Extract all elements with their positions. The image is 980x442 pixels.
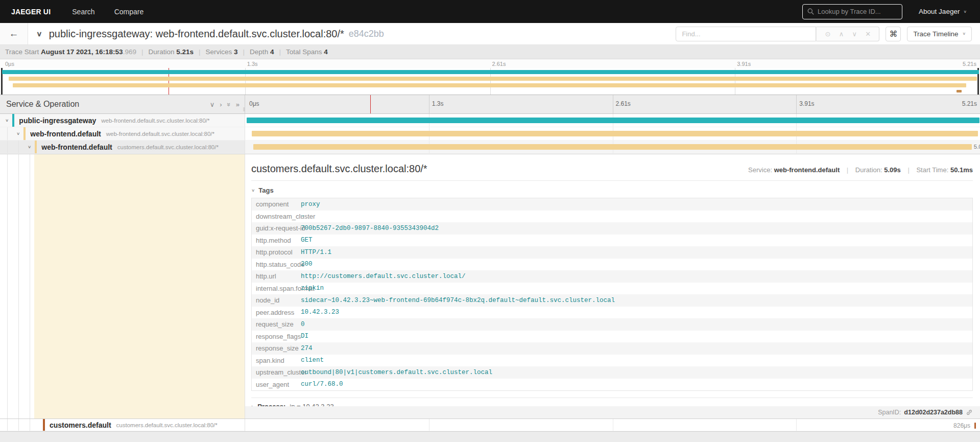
span-duration-bar[interactable] xyxy=(974,423,976,429)
divider: | xyxy=(279,48,281,56)
indent-guide xyxy=(7,419,8,431)
indent-guide xyxy=(30,419,30,431)
nav-item-search[interactable]: Search xyxy=(72,8,94,16)
indent-guide xyxy=(18,141,19,153)
tags-table: component proxy downstream_cluster - gui… xyxy=(251,198,973,391)
tag-value: 0 xyxy=(301,321,305,328)
about-jaeger-label: About Jaeger xyxy=(919,8,960,15)
tag-row: guid:x-request-id 700b5267-2db0-9897-884… xyxy=(252,222,972,235)
about-jaeger-menu[interactable]: About Jaeger ∨ xyxy=(919,8,967,15)
tag-row: component proxy xyxy=(252,198,972,211)
tag-row: span.kind client xyxy=(252,355,972,367)
tag-value: HTTP/1.1 xyxy=(301,249,331,256)
tag-key: internal.span.format xyxy=(252,285,301,292)
service-color-bar xyxy=(12,114,14,127)
span-bar-track[interactable] xyxy=(245,127,980,141)
next-match-icon[interactable]: ∨ xyxy=(852,30,857,38)
service-name: web-frontend.default xyxy=(30,130,101,138)
tags-section-label: Tags xyxy=(258,187,273,194)
focus-match-icon[interactable]: ⊙ xyxy=(825,30,831,38)
back-button[interactable]: ← xyxy=(0,23,28,44)
chevron-down-icon[interactable]: ∨ xyxy=(16,131,20,136)
tags-section-toggle[interactable]: ∨ Tags xyxy=(251,187,973,194)
minimap-tick-3: 3.91s xyxy=(737,61,751,67)
tag-value: http://customers.default.svc.cluster.loc… xyxy=(301,273,466,280)
span-row-public-ingressgateway[interactable]: ∨ public-ingressgateway web-frontend.def… xyxy=(0,114,980,127)
find-input[interactable]: Find... xyxy=(676,27,816,41)
keyboard-shortcuts-button[interactable]: ⌘ xyxy=(886,27,901,41)
tag-value: GET xyxy=(301,237,313,244)
summary-item: Duration 5.21s xyxy=(148,48,194,56)
axis-tick-4: 5.21s xyxy=(962,100,977,107)
app-brand[interactable]: JAEGER UI xyxy=(11,8,51,16)
tag-key: response_size xyxy=(252,344,301,352)
tag-key: user_agent xyxy=(252,381,301,388)
span-bar-track[interactable]: 826μs xyxy=(245,419,980,431)
copy-link-icon[interactable] xyxy=(966,409,973,416)
minimap-tick-1: 1.3s xyxy=(247,61,258,67)
service-operation-header: Service & Operation ∨ › » » ‖ xyxy=(0,95,245,113)
span-row-customers-default[interactable]: customers.default customers.default.svc.… xyxy=(0,418,980,432)
trace-view-label: Trace Timeline xyxy=(913,30,958,38)
collapse-trace-chevron-icon[interactable]: ∨ xyxy=(36,30,42,38)
tag-value: zipkin xyxy=(301,285,324,292)
span-detail-panel: customers.default.svc.cluster.local:80/*… xyxy=(245,154,980,418)
timeline-axis-header: 0μs 1.3s 2.61s 3.91s 5.21s xyxy=(245,95,980,113)
tag-value: 10.42.3.23 xyxy=(301,309,339,316)
expand-all-icon[interactable]: » xyxy=(236,101,240,108)
span-row-web-frontend-client[interactable]: ∨ web-frontend.default customers.default… xyxy=(0,141,980,154)
tag-key: response_flags xyxy=(252,333,301,340)
operation-name: web-frontend.default.svc.cluster.local:8… xyxy=(106,131,214,137)
tag-row: peer.address 10.42.3.23 xyxy=(252,307,972,319)
span-bar-track[interactable]: 5.09s xyxy=(245,141,980,154)
operation-name: web-frontend.default.svc.cluster.local:8… xyxy=(101,118,209,124)
tag-row: request_size 0 xyxy=(252,318,972,331)
summary-item: Depth 4 xyxy=(250,48,274,56)
tag-value: sidecar~10.42.3.23~web-frontend-69b64f97… xyxy=(301,297,615,304)
clear-find-icon[interactable]: ✕ xyxy=(865,30,871,38)
service-color-bar xyxy=(35,141,37,153)
tag-key: http.status_code xyxy=(252,261,301,268)
gridline xyxy=(613,95,613,113)
operation-name: customers.default.svc.cluster.local:80/* xyxy=(117,144,219,150)
service-color-bar xyxy=(23,127,26,140)
summary-item: Total Spans 4 xyxy=(286,48,328,56)
tag-key: guid:x-request-id xyxy=(252,224,301,232)
chevron-down-icon: ∨ xyxy=(251,188,255,193)
axis-tick-0: 0μs xyxy=(249,100,259,107)
tag-row: upstream_cluster outbound|80|v1|customer… xyxy=(252,366,972,379)
collapse-all-icon[interactable]: » xyxy=(225,102,233,106)
prev-match-icon[interactable]: ∧ xyxy=(839,30,844,38)
operation-name: customers.default.svc.cluster.local:80/* xyxy=(116,422,218,428)
chevron-down-icon[interactable]: ∨ xyxy=(5,118,9,123)
selected-span-tint xyxy=(34,154,245,418)
tag-key: http.protocol xyxy=(252,248,301,256)
span-id-label: SpanID: xyxy=(878,409,901,416)
timeline-cursor-line xyxy=(370,95,371,113)
span-duration-label: 5.09s xyxy=(974,144,980,150)
span-duration-bar[interactable] xyxy=(253,144,972,150)
minimap-tick-4: 5.21s xyxy=(963,61,976,67)
chevron-down-icon[interactable]: ∨ xyxy=(28,145,31,149)
trace-id-lookup-input[interactable]: Lookup by Trace ID... xyxy=(802,4,902,19)
service-color-bar xyxy=(43,419,45,431)
span-row-web-frontend[interactable]: ∨ web-frontend.default web-frontend.defa… xyxy=(0,127,980,141)
tag-value: 274 xyxy=(301,345,313,352)
tag-value: client xyxy=(301,357,324,364)
expand-one-icon[interactable]: › xyxy=(220,101,222,108)
tag-key: http.url xyxy=(252,272,301,280)
top-nav: JAEGER UI Search Compare Lookup by Trace… xyxy=(0,0,980,23)
span-duration-bar[interactable] xyxy=(252,131,978,136)
trace-view-selector[interactable]: Trace Timeline ∨ xyxy=(907,27,972,41)
tag-row: user_agent curl/7.68.0 xyxy=(252,379,972,391)
indent-guide xyxy=(18,419,19,431)
summary-item: Trace Start August 17 2021, 16:18:53.969 xyxy=(5,48,136,56)
span-bar-track[interactable] xyxy=(245,114,980,127)
tag-row: downstream_cluster - xyxy=(252,211,972,223)
find-placeholder: Find... xyxy=(682,30,700,38)
span-duration-bar[interactable] xyxy=(247,118,979,123)
command-icon: ⌘ xyxy=(889,29,897,39)
minimap-scrubber-canvas[interactable] xyxy=(0,68,980,95)
nav-item-compare[interactable]: Compare xyxy=(114,8,144,16)
collapse-one-icon[interactable]: ∨ xyxy=(210,101,215,108)
